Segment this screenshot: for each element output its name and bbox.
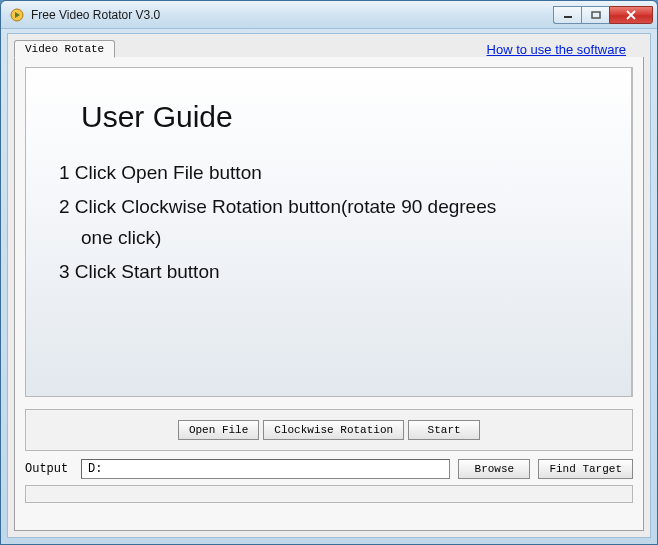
app-icon [9, 7, 25, 23]
guide-step-1: 1 Click Open File button [59, 158, 601, 188]
window-controls [553, 6, 653, 24]
help-link[interactable]: How to use the software [487, 42, 626, 57]
browse-button[interactable]: Browse [458, 459, 530, 479]
action-button-row: Open File Clockwise Rotation Start [25, 409, 633, 451]
output-row: Output Browse Find Target [25, 459, 633, 479]
tab-video-rotate[interactable]: Video Rotate [14, 40, 115, 58]
status-bar [25, 485, 633, 503]
titlebar: Free Video Rotator V3.0 [1, 1, 657, 29]
window-title: Free Video Rotator V3.0 [31, 8, 553, 22]
open-file-button[interactable]: Open File [178, 420, 259, 440]
svg-rect-2 [592, 12, 600, 18]
guide-step-2: 2 Click Clockwise Rotation button(rotate… [59, 192, 601, 253]
tab-page: User Guide 1 Click Open File button 2 Cl… [14, 57, 644, 531]
svg-rect-1 [564, 16, 572, 18]
app-window: Free Video Rotator V3.0 How to use the s… [0, 0, 658, 545]
guide-heading: User Guide [81, 100, 601, 134]
output-path-input[interactable] [81, 459, 450, 479]
minimize-button[interactable] [553, 6, 581, 24]
client-area: How to use the software Video Rotate Use… [7, 33, 651, 538]
close-button[interactable] [609, 6, 653, 24]
start-button[interactable]: Start [408, 420, 480, 440]
find-target-button[interactable]: Find Target [538, 459, 633, 479]
output-label: Output [25, 462, 73, 476]
clockwise-rotation-button[interactable]: Clockwise Rotation [263, 420, 404, 440]
guide-step-3: 3 Click Start button [59, 257, 601, 287]
maximize-button[interactable] [581, 6, 609, 24]
user-guide-panel: User Guide 1 Click Open File button 2 Cl… [25, 67, 633, 397]
